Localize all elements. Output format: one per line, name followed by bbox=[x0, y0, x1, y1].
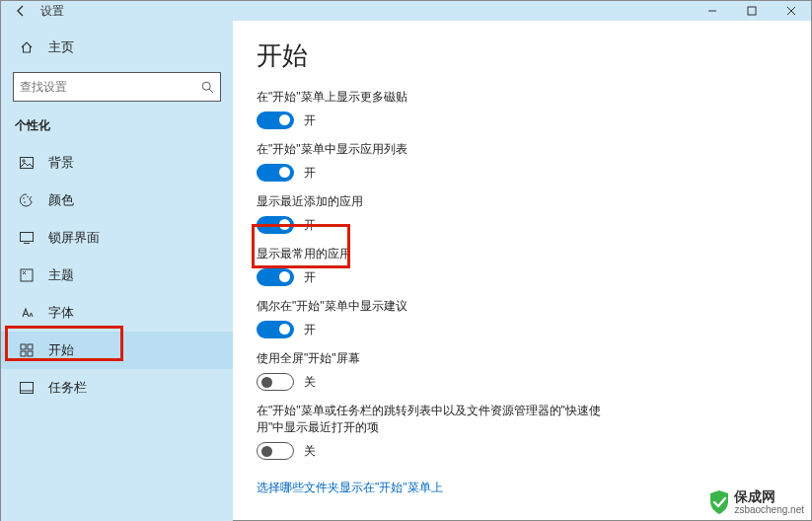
start-icon bbox=[19, 343, 35, 357]
svg-point-9 bbox=[24, 201, 26, 203]
titlebar: 设置 bbox=[1, 1, 811, 21]
main-panel: 开始 在"开始"菜单上显示更多磁贴 开 在"开始"菜单中显示应用列表 开 显示最… bbox=[233, 21, 811, 521]
minimize-button[interactable] bbox=[693, 1, 732, 21]
toggle-state: 开 bbox=[304, 269, 316, 286]
toggle-suggestions[interactable]: 开 bbox=[257, 321, 781, 338]
sidebar-item-label: 颜色 bbox=[48, 191, 74, 209]
toggle-more-tiles[interactable]: 开 bbox=[257, 112, 781, 129]
svg-point-4 bbox=[202, 82, 210, 90]
search-box[interactable] bbox=[13, 72, 221, 102]
shield-icon bbox=[708, 489, 730, 515]
sidebar-item-label: 背景 bbox=[48, 154, 74, 172]
window-title: 设置 bbox=[40, 3, 64, 20]
sidebar-item-fonts[interactable]: 字体 bbox=[1, 294, 233, 332]
svg-point-10 bbox=[27, 196, 29, 198]
toggle-state: 关 bbox=[304, 443, 316, 460]
sidebar-item-label: 主题 bbox=[48, 266, 74, 284]
toggle-jumplist[interactable]: 关 bbox=[257, 442, 781, 460]
toggle-state: 关 bbox=[304, 374, 316, 391]
sidebar-item-colors[interactable]: 颜色 bbox=[1, 182, 233, 219]
theme-icon bbox=[19, 268, 35, 282]
svg-rect-17 bbox=[28, 351, 33, 356]
picture-icon bbox=[19, 157, 35, 169]
setting-label: 在"开始"菜单中显示应用列表 bbox=[257, 141, 781, 158]
svg-rect-6 bbox=[21, 158, 34, 169]
content-area: 主页 个性化 背景 颜色 锁屏界面 主题 bbox=[1, 21, 811, 521]
setting-label: 偶尔在"开始"菜单中显示建议 bbox=[257, 298, 781, 315]
toggle-most-used[interactable]: 开 bbox=[257, 268, 781, 286]
svg-line-5 bbox=[209, 89, 213, 93]
sidebar-item-label: 字体 bbox=[48, 304, 74, 322]
window-controls bbox=[693, 1, 811, 21]
home-nav[interactable]: 主页 bbox=[1, 33, 233, 62]
sidebar-item-label: 任务栏 bbox=[48, 379, 87, 397]
close-button[interactable] bbox=[772, 1, 811, 21]
search-icon bbox=[201, 81, 214, 94]
lockscreen-icon bbox=[19, 232, 35, 244]
svg-rect-14 bbox=[21, 344, 26, 349]
folders-link[interactable]: 选择哪些文件夹显示在"开始"菜单上 bbox=[257, 480, 443, 496]
setting-label: 显示最常用的应用 bbox=[257, 246, 781, 262]
search-input[interactable] bbox=[20, 80, 201, 94]
settings-window: 设置 主页 个性化 背景 颜色 bbox=[0, 0, 812, 521]
toggle-recent-apps[interactable]: 开 bbox=[257, 216, 781, 234]
sidebar-item-taskbar[interactable]: 任务栏 bbox=[1, 369, 233, 407]
watermark-url: zsbaocheng.net bbox=[734, 504, 804, 515]
setting-label: 显示最近添加的应用 bbox=[257, 193, 781, 210]
toggle-state: 开 bbox=[304, 217, 316, 234]
page-title: 开始 bbox=[257, 38, 781, 73]
sidebar-item-background[interactable]: 背景 bbox=[1, 144, 233, 182]
section-title: 个性化 bbox=[1, 110, 233, 144]
watermark: 保成网 zsbaocheng.net bbox=[708, 488, 804, 515]
svg-rect-1 bbox=[748, 7, 756, 15]
home-label: 主页 bbox=[48, 38, 74, 56]
sidebar-item-themes[interactable]: 主题 bbox=[1, 257, 233, 294]
setting-label: 在"开始"菜单或任务栏的跳转列表中以及文件资源管理器的"快速使用"中显示最近打开… bbox=[257, 403, 612, 436]
svg-rect-15 bbox=[28, 344, 33, 349]
sidebar: 主页 个性化 背景 颜色 锁屏界面 主题 bbox=[1, 21, 233, 521]
sidebar-item-label: 锁屏界面 bbox=[48, 229, 100, 247]
home-icon bbox=[19, 40, 35, 54]
font-icon bbox=[19, 306, 35, 320]
toggle-state: 开 bbox=[304, 322, 316, 338]
setting-label: 在"开始"菜单上显示更多磁贴 bbox=[257, 89, 781, 106]
toggle-state: 开 bbox=[304, 165, 316, 182]
sidebar-item-lockscreen[interactable]: 锁屏界面 bbox=[1, 219, 233, 257]
watermark-brand: 保成网 bbox=[734, 488, 775, 504]
svg-rect-16 bbox=[21, 351, 26, 356]
sidebar-item-label: 开始 bbox=[48, 341, 74, 359]
palette-icon bbox=[19, 193, 35, 207]
svg-rect-13 bbox=[21, 269, 33, 281]
svg-point-8 bbox=[23, 197, 25, 199]
sidebar-item-start[interactable]: 开始 bbox=[1, 332, 233, 369]
svg-point-7 bbox=[23, 160, 25, 162]
setting-label: 使用全屏"开始"屏幕 bbox=[257, 350, 781, 367]
svg-rect-18 bbox=[21, 383, 34, 394]
taskbar-icon bbox=[19, 382, 35, 394]
back-button[interactable] bbox=[11, 1, 31, 21]
maximize-button[interactable] bbox=[732, 1, 772, 21]
svg-rect-11 bbox=[21, 233, 34, 242]
toggle-state: 开 bbox=[304, 112, 316, 129]
toggle-app-list[interactable]: 开 bbox=[257, 164, 781, 182]
toggle-fullscreen[interactable]: 关 bbox=[257, 373, 781, 391]
